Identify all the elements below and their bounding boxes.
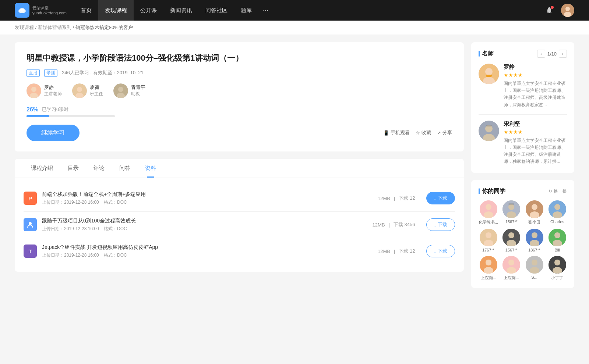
resource-name-1: 跟随千万级项目从0到100全过程高效成长 (42, 218, 367, 224)
breadcrumb-series[interactable]: 新媒体营销系列 (38, 25, 71, 30)
download-button-0[interactable]: ↓ 下载 (426, 192, 455, 204)
classmate-name-6: 1867** (528, 248, 540, 252)
tab-qa[interactable]: 问答 (112, 159, 138, 178)
svg-point-53 (508, 260, 514, 265)
svg-point-13 (118, 87, 123, 92)
right-sidebar: 名师 ‹ 1/10 › 罗静 (471, 42, 574, 295)
classmate-name-1: 1567** (505, 220, 518, 224)
teacher-item-2: 青青平 助教 (113, 83, 145, 98)
classmate-name-0: 化学教书... (479, 220, 498, 225)
svg-point-10 (77, 87, 82, 92)
main-layout: 明星中教授课，小学阶段语法100分–强化级第1讲动词（一） 直播 录播 246人… (0, 35, 589, 303)
classmate-avatar-11[interactable] (549, 256, 566, 274)
tab-intro[interactable]: 课程介绍 (24, 159, 60, 178)
classmate-name-10: S... (531, 275, 537, 279)
nav-quiz[interactable]: 题库 (234, 0, 258, 21)
download-icon-1: ↓ (434, 222, 437, 228)
svg-point-2 (20, 8, 24, 11)
classmates-grid: 化学教书... 1567** (479, 200, 567, 281)
svg-rect-19 (486, 75, 492, 77)
download-button-1[interactable]: ↓ 下载 (426, 218, 455, 231)
svg-point-7 (31, 87, 36, 92)
nav-discover[interactable]: 发现课程 (98, 0, 134, 21)
resource-stats-2: 12MB | 下载 12 (378, 248, 415, 254)
tab-content-resources: P 前端全栈加强版！前端全栈+全周期+多端应用 上传日期：2019-12-28 … (15, 178, 464, 272)
svg-rect-30 (508, 203, 514, 205)
nav-qa[interactable]: 问答社区 (199, 0, 234, 21)
resource-meta-1: 上传日期：2019-12-28 16:00 格式：DOC (42, 226, 367, 232)
download-icon-2: ↓ (434, 249, 437, 254)
badge-record: 录播 (44, 69, 57, 77)
teacher-card-desc-1: 国内某重点大学安全工程专业硕士，国家一级注册消防工程师、注册安全工程师、级注册建… (504, 137, 567, 165)
svg-point-44 (532, 232, 537, 238)
teacher-card-avatar-1 (479, 121, 499, 141)
classmate-avatar-5[interactable] (502, 229, 520, 246)
teacher-item-1: 凌荷 班主任 (72, 83, 103, 98)
breadcrumb-current: 销冠修炼术搞定80%的客户 (75, 25, 133, 30)
svg-rect-23 (486, 125, 492, 126)
classmate-name-4: 1767** (482, 248, 494, 252)
teachers-card-header: 名师 ‹ 1/10 › (479, 50, 567, 58)
action-extras: 📱 手机观看 ☆ 收藏 ↗ 分享 (383, 129, 452, 136)
phone-watch-button[interactable]: 📱 手机观看 (383, 129, 410, 136)
teacher-card-avatar-0 (479, 64, 499, 84)
nav-home[interactable]: 首页 (74, 0, 98, 21)
classmate-avatar-4[interactable] (480, 229, 497, 246)
classmate-item-11: 小丁丁 (548, 256, 567, 281)
resource-icon-2: T (24, 245, 37, 258)
continue-learning-button[interactable]: 继续学习 (27, 125, 80, 141)
bell-button[interactable] (543, 4, 555, 16)
classmate-avatar-3[interactable] (549, 200, 566, 218)
svg-point-15 (29, 222, 32, 225)
resource-item-1: 跟随千万级项目从0到100全过程高效成长 上传日期：2019-12-28 16:… (24, 212, 455, 238)
breadcrumb-discover[interactable]: 发现课程 (15, 25, 34, 30)
course-title: 明星中教授课，小学阶段语法100分–强化级第1讲动词（一） (27, 53, 452, 64)
logo-icon (15, 3, 29, 18)
share-button[interactable]: ↗ 分享 (437, 129, 452, 136)
tab-review[interactable]: 评论 (86, 159, 112, 178)
nav-more[interactable]: ··· (258, 0, 273, 21)
course-teachers: 罗静 主讲老师 凌荷 班主任 (27, 83, 452, 98)
download-button-2[interactable]: ↓ 下载 (426, 245, 455, 257)
logo[interactable]: 云朵课堂 yunduoketang.com (15, 3, 67, 18)
classmate-item-6: 1867** (525, 229, 544, 252)
classmate-name-2: 张小田 (528, 220, 540, 225)
classmates-header: 你的同学 ↻ 换一换 (479, 188, 567, 195)
svg-point-41 (508, 232, 514, 238)
teacher-card-name-0: 罗静 (504, 64, 567, 71)
breadcrumb: 发现课程 / 新媒体营销系列 / 销冠修炼术搞定80%的客户 (0, 21, 589, 35)
pagination-ctrl: ‹ 1/10 › (537, 50, 567, 58)
classmate-avatar-10[interactable] (526, 256, 543, 274)
classmate-item-5: 1567** (502, 229, 521, 252)
nav-open[interactable]: 公开课 (134, 0, 163, 21)
classmate-avatar-6[interactable] (526, 229, 543, 246)
nav-news[interactable]: 新闻资讯 (163, 0, 199, 21)
svg-point-47 (554, 232, 560, 238)
svg-point-50 (486, 260, 491, 265)
tab-catalog[interactable]: 目录 (60, 159, 86, 178)
pagination-prev[interactable]: ‹ (537, 50, 545, 58)
classmate-item-0: 化学教书... (479, 200, 498, 225)
classmate-avatar-8[interactable] (480, 256, 497, 274)
classmate-item-8: 上院痴... (479, 256, 498, 281)
course-meta-text: 246人已学习 · 有效期至：2019–10–21 (62, 69, 144, 76)
classmate-avatar-7[interactable] (549, 229, 566, 246)
svg-point-4 (565, 7, 570, 11)
pagination-next[interactable]: › (559, 50, 567, 58)
classmate-name-8: 上院痴... (481, 275, 496, 281)
svg-point-35 (554, 204, 560, 210)
teacher-card-name-1: 宋利坚 (504, 121, 567, 128)
refresh-icon: ↻ (549, 189, 552, 194)
user-avatar[interactable] (561, 4, 574, 17)
classmate-avatar-1[interactable] (502, 200, 520, 218)
classmate-item-1: 1567** (502, 200, 521, 225)
progress-label: 26% 已学习0课时 (27, 106, 452, 113)
progress-text: 已学习0课时 (42, 106, 68, 113)
tab-resources[interactable]: 资料 (138, 159, 163, 178)
classmate-avatar-9[interactable] (502, 256, 520, 274)
star-icon: ☆ (416, 130, 420, 136)
collect-button[interactable]: ☆ 收藏 (416, 129, 431, 136)
refresh-classmates-button[interactable]: ↻ 换一换 (549, 188, 567, 195)
classmate-avatar-0[interactable] (480, 200, 497, 218)
classmate-avatar-2[interactable] (526, 200, 543, 218)
